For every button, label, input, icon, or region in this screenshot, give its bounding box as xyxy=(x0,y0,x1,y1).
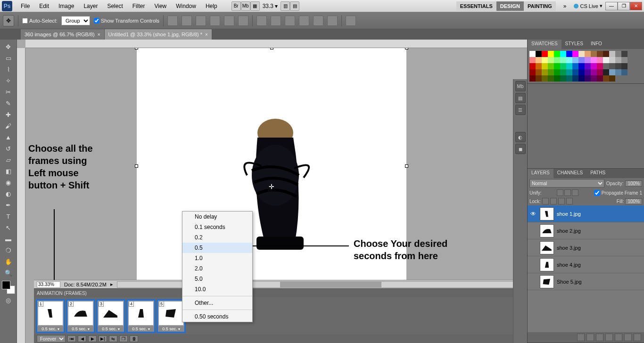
swatch[interactable] xyxy=(529,63,536,69)
swatch[interactable] xyxy=(585,51,591,57)
swatch[interactable] xyxy=(609,63,615,69)
animation-frame[interactable]: 40.5 sec. xyxy=(126,299,156,333)
transform-handle[interactable] xyxy=(135,48,138,49)
screen-mode-icon[interactable]: ▦ xyxy=(250,1,260,11)
unify-visibility-icon[interactable] xyxy=(564,189,571,196)
history-panel-icon[interactable]: ▤ xyxy=(515,93,526,103)
document-tab[interactable]: Untitled1 @ 33.3% (shoe 1.jpg, RGB/8) *× xyxy=(105,29,212,40)
swatch[interactable] xyxy=(578,69,585,75)
opacity-value[interactable]: 100% xyxy=(625,180,642,187)
swatch[interactable] xyxy=(585,63,591,69)
delay-menu-item[interactable]: 0.2 xyxy=(182,232,252,243)
shape-tool-icon[interactable]: ▬ xyxy=(3,234,14,244)
swatch[interactable] xyxy=(554,75,560,82)
swatch[interactable] xyxy=(609,51,615,57)
show-transform-checkbox[interactable]: Show Transform Controls xyxy=(94,18,159,24)
swatch[interactable] xyxy=(591,69,597,75)
propagate-checkbox[interactable]: Propagate Frame 1 xyxy=(594,190,642,196)
swatch[interactable] xyxy=(542,69,548,75)
minibridge-icon[interactable]: Mb xyxy=(241,1,250,11)
swatch[interactable] xyxy=(578,75,585,82)
extras-icon[interactable]: ▤ xyxy=(290,1,299,11)
menu-edit[interactable]: Edit xyxy=(34,3,54,9)
gradient-tool-icon[interactable]: ◧ xyxy=(3,166,14,176)
paths-tab[interactable]: PATHS xyxy=(586,169,609,178)
new-layer-icon[interactable] xyxy=(624,334,632,341)
minimize-button[interactable]: — xyxy=(605,2,618,10)
tween-button[interactable]: ⇋ xyxy=(109,335,117,342)
swatch[interactable] xyxy=(560,75,566,82)
swatch[interactable] xyxy=(597,57,603,63)
prev-frame-button[interactable]: ◀ xyxy=(78,335,86,342)
auto-select-checkbox[interactable]: Auto-Select: xyxy=(22,18,58,24)
lock-transparency-icon[interactable] xyxy=(542,198,549,204)
swatch[interactable] xyxy=(597,75,603,82)
eyedropper-tool-icon[interactable]: ✎ xyxy=(3,98,14,108)
lasso-tool-icon[interactable]: ⌇ xyxy=(3,64,14,74)
visibility-toggle-icon[interactable] xyxy=(529,244,537,252)
swatch[interactable] xyxy=(566,51,572,57)
menu-image[interactable]: Image xyxy=(54,3,79,9)
delay-menu-current[interactable]: 0.50 seconds xyxy=(182,311,252,322)
swatch[interactable] xyxy=(585,57,591,63)
type-tool-icon[interactable]: T xyxy=(3,211,14,221)
swatch[interactable] xyxy=(536,63,542,69)
workspace-essentials[interactable]: ESSENTIALS xyxy=(456,1,496,11)
delete-frame-button[interactable]: 🗑 xyxy=(130,335,138,342)
swatch[interactable] xyxy=(529,51,536,57)
swatch[interactable] xyxy=(578,51,585,57)
marquee-tool-icon[interactable]: ▭ xyxy=(3,53,14,63)
delay-menu-other[interactable]: Other... xyxy=(182,298,252,308)
animation-frame[interactable]: 10.5 sec. xyxy=(36,299,65,333)
swatch[interactable] xyxy=(536,57,542,63)
next-frame-button[interactable]: ▶| xyxy=(99,335,107,342)
swatch[interactable] xyxy=(560,69,566,75)
brush-tool-icon[interactable]: 🖌 xyxy=(3,121,14,131)
styles-tab[interactable]: STYLES xyxy=(561,40,587,49)
wand-tool-icon[interactable]: ✧ xyxy=(3,75,14,86)
transform-handle[interactable] xyxy=(270,48,273,49)
unify-style-icon[interactable] xyxy=(572,189,578,196)
layer-row[interactable]: shoe 3.jpg xyxy=(528,239,644,256)
delay-menu-item[interactable]: 0.5 xyxy=(182,243,252,253)
bridge-icon[interactable]: Br xyxy=(231,1,241,11)
layer-row[interactable]: shoe 4.jpg xyxy=(528,256,644,273)
menu-window[interactable]: Window xyxy=(171,3,201,9)
swatch[interactable] xyxy=(566,75,572,82)
minibridge-panel-icon[interactable]: Mb xyxy=(515,81,526,91)
delay-menu-item[interactable]: 0.1 seconds xyxy=(182,222,252,232)
loop-dropdown[interactable]: Forever xyxy=(37,335,66,343)
duplicate-frame-button[interactable]: ❐ xyxy=(119,335,128,342)
swatch[interactable] xyxy=(542,75,548,82)
eraser-tool-icon[interactable]: ▱ xyxy=(3,155,14,165)
layer-row[interactable]: 👁shoe 1.jpg xyxy=(528,205,644,222)
swatch[interactable] xyxy=(578,57,585,63)
horizontal-scrollbar[interactable] xyxy=(117,281,524,288)
swatch[interactable] xyxy=(548,69,554,75)
swatch[interactable] xyxy=(591,57,597,63)
swatch[interactable] xyxy=(597,51,603,57)
pen-tool-icon[interactable]: ✒ xyxy=(3,200,14,210)
swatch[interactable] xyxy=(615,51,621,57)
align-icon[interactable] xyxy=(238,16,248,26)
layer-row[interactable]: Shoe 5.jpg xyxy=(528,273,644,290)
frame-delay-button[interactable]: 0.5 sec. xyxy=(37,326,64,332)
swatch[interactable] xyxy=(542,63,548,69)
swatch[interactable] xyxy=(609,75,615,82)
close-tab-icon[interactable]: × xyxy=(98,32,100,37)
auto-align-icon[interactable] xyxy=(346,16,356,26)
properties-panel-icon[interactable]: ☰ xyxy=(515,105,526,115)
swatch[interactable] xyxy=(572,75,578,82)
transform-handle[interactable] xyxy=(135,164,138,168)
distribute-icon[interactable] xyxy=(256,16,267,26)
scrollbar-thumb[interactable] xyxy=(280,282,382,287)
swatch[interactable] xyxy=(529,69,536,75)
foreground-color-icon[interactable] xyxy=(2,281,10,289)
layers-tab[interactable]: LAYERS xyxy=(528,169,553,178)
swatch[interactable] xyxy=(548,75,554,82)
visibility-toggle-icon[interactable] xyxy=(529,227,537,235)
hand-tool-icon[interactable]: ✋ xyxy=(3,256,14,267)
swatch[interactable] xyxy=(548,63,554,69)
masks-panel-icon[interactable]: ◼ xyxy=(515,144,526,154)
restore-button[interactable]: ❐ xyxy=(618,2,630,10)
